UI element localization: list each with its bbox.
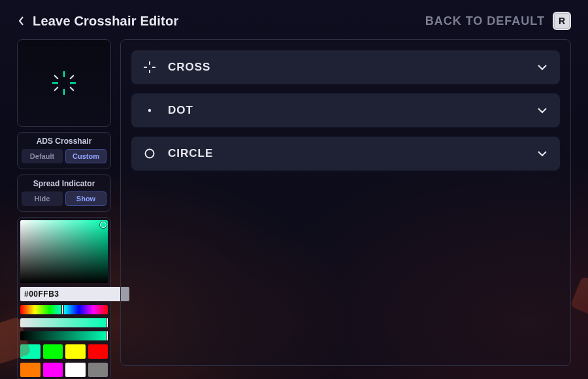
spread-option-hide[interactable]: Hide (22, 191, 63, 206)
ads-crosshair-panel: ADS Crosshair Default Custom (17, 132, 111, 169)
section-dot[interactable]: DOT (131, 93, 560, 127)
preset-swatch[interactable] (43, 363, 63, 377)
back-to-default-button[interactable]: BACK TO DEFAULT (425, 14, 545, 28)
leave-editor-button[interactable]: Leave Crosshair Editor (17, 14, 178, 29)
hue-thumb[interactable] (61, 305, 64, 315)
saturation-slider[interactable] (20, 318, 108, 327)
section-label: CROSS (168, 61, 210, 74)
svg-point-0 (148, 109, 151, 112)
spread-indicator-toggle: Hide Show (22, 191, 106, 206)
preset-swatch[interactable] (20, 363, 41, 377)
chevron-down-icon (536, 150, 548, 157)
spread-indicator-label: Spread Indicator (22, 179, 106, 188)
chevron-down-icon (536, 107, 548, 114)
page-title: Leave Crosshair Editor (33, 14, 178, 29)
saturation-value-field[interactable] (20, 220, 108, 283)
section-circle[interactable]: CIRCLE (131, 137, 560, 171)
spread-option-show[interactable]: Show (65, 191, 106, 206)
chevron-left-icon (17, 15, 26, 27)
section-label: CIRCLE (168, 147, 213, 160)
crosshair-preview (17, 39, 111, 127)
cross-icon (143, 61, 156, 74)
header-right: BACK TO DEFAULT R (425, 12, 571, 30)
spread-indicator-panel: Spread Indicator Hide Show (17, 174, 111, 212)
chevron-down-icon (536, 63, 548, 71)
dot-icon (143, 104, 156, 117)
saturation-thumb[interactable] (106, 318, 108, 328)
color-picker (17, 217, 111, 379)
preset-row-2 (20, 363, 108, 377)
hotkey-badge: R (553, 12, 571, 30)
preset-swatch[interactable] (88, 363, 108, 377)
hex-input[interactable] (20, 287, 129, 301)
section-cross[interactable]: CROSS (131, 50, 560, 84)
preset-swatch[interactable] (65, 363, 86, 377)
header: Leave Crosshair Editor BACK TO DEFAULT R (0, 0, 588, 30)
value-slider[interactable] (20, 331, 108, 340)
sidebar: ADS Crosshair Default Custom Spread Indi… (17, 39, 111, 379)
sections-panel: CROSS DOT CIRCLE (120, 39, 571, 366)
value-thumb[interactable] (106, 331, 108, 341)
preset-swatch[interactable] (65, 344, 86, 359)
main: ADS Crosshair Default Custom Spread Indi… (0, 30, 588, 379)
crosshair-graphic (51, 70, 77, 96)
ads-option-custom[interactable]: Custom (65, 149, 106, 163)
ads-crosshair-toggle: Default Custom (22, 149, 106, 163)
preset-swatch[interactable] (88, 344, 108, 359)
section-label: DOT (168, 104, 193, 117)
preset-swatch[interactable] (43, 344, 63, 359)
preset-row-1 (20, 344, 108, 359)
hue-slider[interactable] (20, 305, 108, 314)
ads-option-default[interactable]: Default (22, 149, 63, 163)
sv-handle[interactable] (100, 222, 106, 228)
circle-icon (143, 147, 156, 160)
ads-crosshair-label: ADS Crosshair (22, 137, 106, 146)
svg-point-1 (146, 150, 154, 158)
